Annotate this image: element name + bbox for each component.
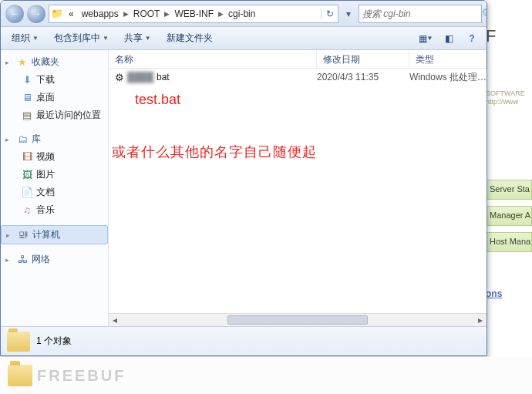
- breadcrumb-webinf[interactable]: WEB-INF: [170, 8, 217, 19]
- nav-back-button[interactable]: ←: [5, 5, 24, 23]
- help-button[interactable]: ?: [462, 30, 482, 47]
- horizontal-scrollbar[interactable]: ◂ ▸: [109, 313, 487, 326]
- file-list-area: 名称 修改日期 类型 ⚙████bat 2020/4/3 11:35 Windo…: [109, 50, 487, 326]
- status-text: 1 个对象: [36, 335, 72, 348]
- file-row[interactable]: ⚙████bat 2020/4/3 11:35 Windows 批处理…: [109, 69, 487, 86]
- breadcrumb-webapps[interactable]: webapps: [78, 8, 123, 19]
- sidebar-item-network[interactable]: ▸🖧网络: [1, 251, 108, 268]
- chevron-down-icon: ▼: [145, 35, 151, 42]
- folder-icon: [7, 332, 30, 352]
- batch-file-icon: ⚙: [115, 72, 124, 83]
- new-folder-button[interactable]: 新建文件夹: [160, 29, 219, 47]
- command-bar: 组织▼ 包含到库中▼ 共享▼ 新建文件夹 ▦ ▼ ◧ ?: [1, 27, 487, 50]
- address-bar: ← → 📁 « webapps ▶ ROOT ▶ WEB-INF ▶ cgi-b…: [1, 1, 487, 27]
- chevron-right-icon: ▶: [123, 10, 130, 18]
- breadcrumb-root[interactable]: ROOT: [130, 8, 164, 19]
- refresh-button[interactable]: ↻: [321, 8, 338, 19]
- scroll-track[interactable]: [122, 314, 473, 326]
- under-button-host-manager[interactable]: Host Mana: [486, 232, 532, 252]
- file-name: bat: [157, 72, 170, 83]
- network-icon: 🖧: [16, 254, 29, 266]
- share-button[interactable]: 共享▼: [118, 29, 157, 47]
- include-in-library-button[interactable]: 包含到库中▼: [48, 29, 115, 47]
- view-options-button[interactable]: ▦ ▼: [416, 30, 436, 47]
- organize-button[interactable]: 组织▼: [5, 29, 45, 47]
- breadcrumb-cgibin[interactable]: cgi-bin: [224, 8, 259, 19]
- file-date: 2020/4/3 11:35: [317, 72, 409, 83]
- video-icon: 🎞: [21, 151, 33, 163]
- music-icon: ♫: [21, 204, 33, 217]
- expand-icon: ▸: [5, 136, 13, 143]
- sidebar-item-recent[interactable]: ▤最近访问的位置: [18, 106, 108, 124]
- star-icon: ★: [16, 56, 29, 69]
- chevron-down-icon: ▼: [32, 35, 39, 42]
- expand-icon: ▸: [5, 59, 13, 66]
- sidebar-item-pictures[interactable]: 🖼图片: [18, 166, 108, 184]
- sidebar-item-computer[interactable]: ▸🖳计算机: [1, 225, 108, 244]
- search-input[interactable]: [359, 8, 482, 19]
- document-icon: 📄: [21, 187, 33, 199]
- sidebar-item-music[interactable]: ♫音乐: [18, 201, 108, 219]
- sidebar-item-documents[interactable]: 📄文档: [18, 184, 108, 201]
- chevron-right-icon: ▶: [217, 10, 224, 18]
- libraries-group[interactable]: ▸🗂库: [1, 130, 108, 148]
- picture-icon: 🖼: [21, 169, 33, 181]
- sidebar-item-downloads[interactable]: ⬇下载: [18, 71, 108, 89]
- under-button-manager-app[interactable]: Manager A: [486, 206, 532, 226]
- under-subtext: SOFTWARE http://www: [486, 89, 532, 106]
- recent-icon: ▤: [21, 109, 33, 122]
- sidebar-item-desktop[interactable]: 🖥桌面: [18, 89, 108, 106]
- annotation-filename: test.bat: [135, 92, 180, 108]
- nav-forward-button[interactable]: →: [27, 5, 45, 23]
- explorer-window: ← → 📁 « webapps ▶ ROOT ▶ WEB-INF ▶ cgi-b…: [0, 0, 487, 356]
- desktop-icon: 🖥: [21, 92, 33, 104]
- scroll-left-button[interactable]: ◂: [109, 314, 122, 326]
- watermark-text: FREEBUF: [37, 367, 126, 385]
- favorites-group[interactable]: ▸★收藏夹: [1, 53, 108, 71]
- scroll-right-button[interactable]: ▸: [473, 314, 487, 326]
- scroll-thumb[interactable]: [227, 315, 368, 325]
- annotation-comment: 或者什么其他的名字自己随便起: [112, 143, 317, 161]
- under-link[interactable]: ons: [486, 288, 532, 299]
- expand-icon: ▸: [6, 231, 14, 239]
- under-heading: F: [486, 26, 532, 57]
- column-type[interactable]: 类型: [409, 50, 487, 68]
- breadcrumb[interactable]: 📁 « webapps ▶ ROOT ▶ WEB-INF ▶ cgi-bin ↻: [49, 5, 338, 23]
- file-type: Windows 批处理…: [409, 71, 487, 84]
- computer-icon: 🖳: [17, 229, 29, 241]
- sidebar-item-videos[interactable]: 🎞视频: [18, 148, 108, 166]
- folder-icon: [8, 365, 32, 386]
- column-headers: 名称 修改日期 类型: [109, 50, 487, 69]
- chevron-right-icon: ▶: [163, 10, 170, 18]
- watermark-bar: FREEBUF: [0, 357, 532, 394]
- column-date[interactable]: 修改日期: [317, 50, 409, 68]
- chevron-down-icon: ▼: [103, 35, 109, 42]
- folder-icon: 📁: [49, 8, 65, 19]
- download-icon: ⬇: [21, 74, 33, 86]
- status-bar: 1 个对象: [1, 326, 487, 355]
- history-dropdown[interactable]: ▾: [342, 8, 355, 19]
- expand-icon: ▸: [5, 256, 13, 264]
- navigation-pane: ▸★收藏夹 ⬇下载 🖥桌面 ▤最近访问的位置 ▸🗂库 🎞视频 🖼图片 📄文档 ♫…: [1, 50, 109, 326]
- column-name[interactable]: 名称: [109, 50, 317, 68]
- search-icon[interactable]: 🔍: [482, 8, 487, 19]
- under-button-server-status[interactable]: Server Sta: [486, 180, 532, 200]
- preview-pane-button[interactable]: ◧: [439, 30, 459, 47]
- library-icon: 🗂: [16, 133, 29, 146]
- search-box[interactable]: 🔍: [359, 5, 482, 23]
- breadcrumb-pre[interactable]: «: [65, 8, 78, 19]
